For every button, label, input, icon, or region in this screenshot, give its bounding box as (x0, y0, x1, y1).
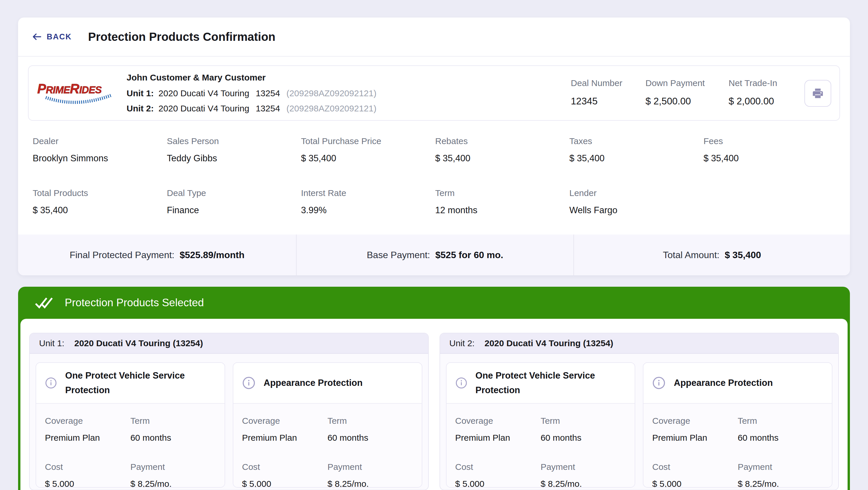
info-icon[interactable] (455, 376, 468, 390)
protection-content-panel: Unit 1: 2020 Ducati V4 Touring (13254) O… (21, 319, 847, 490)
unit-1-header: Unit 1: 2020 Ducati V4 Touring (13254) (30, 333, 428, 354)
detail-lender: Lender Wells Fargo (569, 188, 704, 216)
summary-value: $ 35,400 (725, 250, 761, 261)
detail-label: Interst Rate (301, 188, 435, 198)
detail-value: Finance (167, 205, 301, 216)
summary-label: Total Amount: (663, 250, 719, 261)
stat-net-trade-in: Net Trade-In $ 2,000.00 (728, 78, 816, 107)
product-card-header: One Protect Vehicle Service Protection (446, 363, 635, 404)
summary-value: $525 for 60 mo. (435, 250, 503, 261)
field-value: $ 5,000 (242, 479, 328, 488)
field-label: Cost (652, 462, 738, 472)
field-term: Term 60 months (130, 416, 216, 443)
customer-name: John Customer & Mary Customer (127, 73, 376, 83)
detail-rebates: Rebates $ 35,400 (435, 136, 569, 164)
customer-block: John Customer & Mary Customer Unit 1: 20… (127, 73, 376, 114)
info-icon[interactable] (45, 376, 57, 390)
protection-products-section: Protection Products Selected Unit 1: 202… (18, 287, 850, 490)
stat-value: $ 2,000.00 (728, 96, 816, 107)
unit-1-vin: (209298AZ092092121) (286, 88, 376, 98)
field-value: $ 8,25/mo. (130, 479, 216, 488)
detail-label: Term (435, 188, 569, 198)
detail-label: Rebates (435, 136, 569, 146)
field-label: Cost (455, 462, 541, 472)
stat-value: $ 2,500.00 (646, 96, 728, 107)
detail-taxes: Taxes $ 35,400 (569, 136, 704, 164)
field-value: $ 8,25/mo. (738, 479, 823, 488)
field-label: Coverage (652, 416, 738, 426)
detail-label: Total Products (33, 188, 167, 198)
page-header: BACK Protection Products Confirmation (18, 18, 850, 57)
protection-banner: Protection Products Selected (18, 287, 850, 319)
page-title: Protection Products Confirmation (88, 30, 275, 43)
back-button[interactable]: BACK (31, 31, 72, 42)
info-icon[interactable] (652, 376, 665, 390)
summary-base-payment: Base Payment: $525 for 60 mo. (296, 235, 574, 275)
product-title: Appearance Protection (264, 376, 363, 390)
product-title: Appearance Protection (674, 376, 773, 390)
stat-deal-number: Deal Number 12345 (571, 78, 646, 107)
detail-value: 12 months (435, 205, 569, 216)
deal-details-row-1: Dealer Brooklyn Simmons Sales Person Ted… (33, 136, 838, 164)
deal-summary-card: BACK Protection Products Confirmation PR… (18, 18, 850, 275)
field-label: Coverage (455, 416, 541, 426)
detail-sales-person: Sales Person Teddy Gibbs (167, 136, 301, 164)
unit-1-products: One Protect Vehicle Service Protection C… (30, 354, 428, 488)
unit-1-label: Unit 1: (127, 88, 154, 98)
product-card-one-protect: One Protect Vehicle Service Protection C… (446, 362, 636, 488)
field-value: $ 5,000 (455, 479, 541, 488)
unit-2-stock: 13254 (256, 103, 280, 114)
deal-stats: Deal Number 12345 Down Payment $ 2,500.0… (571, 78, 816, 107)
field-cost: Cost $ 5,000 (652, 462, 738, 488)
product-title: One Protect Vehicle Service Protection (475, 368, 626, 398)
detail-total-products: Total Products $ 35,400 (33, 188, 167, 216)
detail-value: Brooklyn Simmons (33, 153, 167, 164)
detail-value: $ 35,400 (569, 153, 704, 164)
field-value: Premium Plan (455, 433, 541, 443)
detail-label: Lender (569, 188, 704, 198)
unit-2-vin: (209298AZ092092121) (286, 103, 376, 114)
product-card-body: Coverage Premium Plan Term 60 months Cos… (233, 404, 422, 488)
summary-value: $525.89/month (180, 250, 244, 261)
summary-final-protected-payment: Final Protected Payment: $525.89/month (18, 235, 296, 275)
detail-value: Teddy Gibbs (167, 153, 301, 164)
field-label: Payment (130, 462, 216, 472)
printer-icon (811, 87, 825, 100)
field-label: Cost (45, 462, 130, 472)
detail-interest-rate: Interst Rate 3.99% (301, 188, 435, 216)
field-label: Coverage (45, 416, 130, 426)
detail-deal-type: Deal Type Finance (167, 188, 301, 216)
field-cost: Cost $ 5,000 (455, 462, 541, 488)
field-value: $ 8,25/mo. (540, 479, 626, 488)
product-card-header: Appearance Protection (233, 363, 422, 404)
field-payment: Payment $ 8,25/mo. (540, 462, 626, 488)
field-payment: Payment $ 8,25/mo. (738, 462, 823, 488)
primerides-logo: PRIMERIDES (37, 79, 116, 108)
deal-details-row-2: Total Products $ 35,400 Deal Type Financ… (33, 188, 838, 216)
info-icon[interactable] (242, 376, 255, 390)
field-value: 60 months (328, 433, 413, 443)
field-cost: Cost $ 5,000 (45, 462, 130, 488)
detail-value: Wells Fargo (569, 205, 704, 216)
field-cost: Cost $ 5,000 (242, 462, 328, 488)
field-label: Coverage (242, 416, 328, 426)
field-value: Premium Plan (652, 433, 738, 443)
detail-label: Dealer (33, 136, 167, 146)
unit-2-panel: Unit 2: 2020 Ducati V4 Touring (13254) O… (439, 333, 839, 490)
product-card-appearance: Appearance Protection Coverage Premium P… (643, 362, 832, 488)
detail-value: $ 35,400 (435, 153, 569, 164)
print-button[interactable] (804, 80, 831, 107)
summary-label: Final Protected Payment: (70, 250, 175, 261)
field-value: $ 5,000 (652, 479, 738, 488)
stat-value: 12345 (571, 96, 646, 107)
unit-2-header: Unit 2: 2020 Ducati V4 Touring (13254) (440, 333, 839, 354)
unit-2-label: Unit 2: (127, 103, 154, 114)
product-title: One Protect Vehicle Service Protection (65, 368, 216, 398)
field-value: $ 5,000 (45, 479, 130, 488)
product-card-one-protect: One Protect Vehicle Service Protection C… (36, 362, 225, 488)
unit-1-panel: Unit 1: 2020 Ducati V4 Touring (13254) O… (29, 333, 429, 490)
detail-dealer: Dealer Brooklyn Simmons (33, 136, 167, 164)
unit-header-vehicle: 2020 Ducati V4 Touring (13254) (485, 338, 613, 348)
stat-label: Net Trade-In (728, 78, 816, 88)
field-term: Term 60 months (738, 416, 823, 443)
